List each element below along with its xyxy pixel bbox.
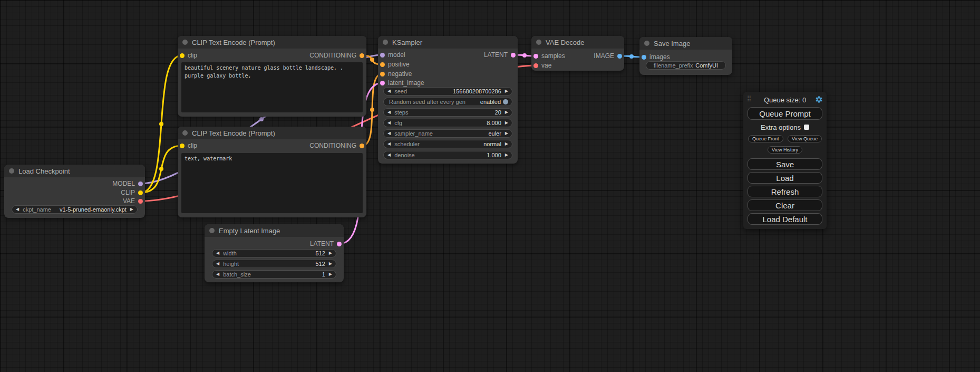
settings-gear-icon[interactable] <box>815 96 823 103</box>
decrement-arrow-icon[interactable]: ◀ <box>216 251 219 255</box>
random-seed-toggle[interactable]: Random seed after every gen enabled <box>383 98 512 106</box>
image-slot-dot[interactable] <box>617 54 622 59</box>
scheduler-widget[interactable]: ◀ scheduler normal ▶ <box>383 140 512 148</box>
graph-canvas[interactable]: Load Checkpoint MODEL CLIP VAE ◀ ckpt_na… <box>0 0 980 372</box>
decrement-arrow-icon[interactable]: ◀ <box>216 272 219 276</box>
vae-slot-dot[interactable] <box>138 199 143 204</box>
latent-slot-dot[interactable] <box>511 53 516 58</box>
conditioning-slot-dot[interactable] <box>360 53 364 58</box>
increment-arrow-icon[interactable]: ▶ <box>505 121 508 125</box>
view-queue-button[interactable]: View Queue <box>788 135 822 142</box>
clear-button[interactable]: Clear <box>748 199 822 211</box>
denoise-widget[interactable]: ◀ denoise 1.000 ▶ <box>383 151 512 159</box>
extra-options-checkbox[interactable] <box>804 125 809 130</box>
node-save-image[interactable]: Save Image images filename_prefix ComfyU… <box>639 37 732 75</box>
node-title-bar[interactable]: KSampler <box>378 36 518 49</box>
decrement-arrow-icon[interactable]: ◀ <box>387 121 391 125</box>
vae-slot-dot[interactable] <box>533 63 538 68</box>
increment-arrow-icon[interactable]: ▶ <box>329 262 332 266</box>
node-collapse-icon[interactable] <box>536 40 541 45</box>
steps-widget[interactable]: ◀ steps 20 ▶ <box>383 108 512 117</box>
load-button[interactable]: Load <box>748 172 822 184</box>
node-title-bar[interactable]: VAE Decode <box>531 36 624 49</box>
input-slot-model[interactable]: model <box>380 51 405 59</box>
input-slot-clip[interactable]: clip <box>180 52 197 59</box>
node-collapse-icon[interactable] <box>9 168 14 174</box>
increment-arrow-icon[interactable]: ▶ <box>329 251 332 255</box>
prompt-text-input[interactable]: text, watermark <box>181 153 363 213</box>
conditioning-slot-dot[interactable] <box>380 62 385 67</box>
refresh-button[interactable]: Refresh <box>748 186 822 197</box>
node-title-bar[interactable]: CLIP Text Encode (Prompt) <box>178 127 366 139</box>
prompt-text-input[interactable]: beautiful scenery nature glass bottle la… <box>181 62 363 112</box>
node-ksampler[interactable]: KSampler model positive negative latent_… <box>378 36 518 164</box>
view-history-button[interactable]: View History <box>768 146 802 154</box>
latent-slot-dot[interactable] <box>380 81 385 85</box>
drag-handle-icon[interactable]: ⣿ <box>747 95 751 102</box>
seed-widget[interactable]: ◀ seed 156680208700286 ▶ <box>383 87 512 96</box>
node-load-checkpoint[interactable]: Load Checkpoint MODEL CLIP VAE ◀ ckpt_na… <box>4 165 145 218</box>
output-slot-latent[interactable]: LATENT <box>310 240 342 247</box>
cfg-widget[interactable]: ◀ cfg 8.000 ▶ <box>383 119 512 127</box>
node-clip-text-encode-positive[interactable]: CLIP Text Encode (Prompt) clip CONDITION… <box>178 36 366 117</box>
increment-arrow-icon[interactable]: ▶ <box>505 142 508 146</box>
load-default-button[interactable]: Load Default <box>748 213 822 225</box>
node-collapse-icon[interactable] <box>644 41 649 46</box>
model-slot-dot[interactable] <box>138 182 143 186</box>
output-slot-conditioning[interactable]: CONDITIONING <box>309 142 364 149</box>
increment-arrow-icon[interactable]: ▶ <box>505 131 508 136</box>
decrement-arrow-icon[interactable]: ◀ <box>387 131 391 136</box>
clip-slot-dot[interactable] <box>180 144 185 148</box>
output-slot-clip[interactable]: CLIP <box>121 189 143 196</box>
batch-size-widget[interactable]: ◀ batch_size 1 ▶ <box>212 270 336 279</box>
queue-prompt-button[interactable]: Queue Prompt <box>748 107 822 120</box>
height-widget[interactable]: ◀ height 512 ▶ <box>212 260 336 268</box>
comfy-menu-panel[interactable]: ⣿ Queue size: 0 Queue Prompt Extra optio… <box>743 92 827 229</box>
decrement-arrow-icon[interactable]: ◀ <box>387 142 391 146</box>
decrement-arrow-icon[interactable]: ◀ <box>387 89 391 93</box>
node-title-bar[interactable]: Save Image <box>639 37 732 50</box>
node-collapse-icon[interactable] <box>182 40 188 45</box>
decrement-arrow-icon[interactable]: ◀ <box>216 262 219 266</box>
output-slot-conditioning[interactable]: CONDITIONING <box>309 52 364 59</box>
input-slot-samples[interactable]: samples <box>533 52 565 60</box>
output-slot-image[interactable]: IMAGE <box>594 52 622 60</box>
image-slot-dot[interactable] <box>642 55 646 60</box>
increment-arrow-icon[interactable]: ▶ <box>505 89 508 93</box>
conditioning-slot-dot[interactable] <box>360 144 364 148</box>
increment-arrow-icon[interactable]: ▶ <box>130 207 133 212</box>
output-slot-model[interactable]: MODEL <box>112 180 143 187</box>
latent-slot-dot[interactable] <box>533 54 538 59</box>
input-slot-latent-image[interactable]: latent_image <box>380 79 424 87</box>
node-title-bar[interactable]: Empty Latent Image <box>205 224 344 237</box>
input-slot-negative[interactable]: negative <box>380 70 412 78</box>
latent-slot-dot[interactable] <box>337 242 342 246</box>
sampler-name-widget[interactable]: ◀ sampler_name euler ▶ <box>383 129 512 138</box>
node-empty-latent-image[interactable]: Empty Latent Image LATENT ◀ width 512 ▶ … <box>205 224 344 282</box>
input-slot-positive[interactable]: positive <box>380 61 410 68</box>
node-collapse-icon[interactable] <box>182 130 188 136</box>
increment-arrow-icon[interactable]: ▶ <box>329 272 332 276</box>
node-collapse-icon[interactable] <box>209 228 215 233</box>
width-widget[interactable]: ◀ width 512 ▶ <box>212 249 336 257</box>
conditioning-slot-dot[interactable] <box>380 72 385 77</box>
input-slot-images[interactable]: images <box>642 53 670 61</box>
node-title-bar[interactable]: Load Checkpoint <box>4 165 145 177</box>
queue-front-button[interactable]: Queue Front <box>748 135 783 142</box>
output-slot-vae[interactable]: VAE <box>123 197 143 205</box>
clip-slot-dot[interactable] <box>138 190 143 195</box>
decrement-arrow-icon[interactable]: ◀ <box>387 153 391 157</box>
clip-slot-dot[interactable] <box>180 53 185 58</box>
input-slot-vae[interactable]: vae <box>533 62 551 69</box>
output-slot-latent[interactable]: LATENT <box>484 51 516 59</box>
node-collapse-icon[interactable] <box>383 40 388 45</box>
node-vae-decode[interactable]: VAE Decode samples vae IMAGE <box>531 36 624 71</box>
increment-arrow-icon[interactable]: ▶ <box>505 153 508 157</box>
decrement-arrow-icon[interactable]: ◀ <box>387 110 391 115</box>
save-button[interactable]: Save <box>748 158 822 170</box>
filename-prefix-widget[interactable]: filename_prefix ComfyUI <box>646 61 726 70</box>
toggle-indicator-icon[interactable] <box>503 99 508 104</box>
decrement-arrow-icon[interactable]: ◀ <box>16 207 19 212</box>
node-clip-text-encode-negative[interactable]: CLIP Text Encode (Prompt) clip CONDITION… <box>178 127 366 217</box>
ckpt-name-widget[interactable]: ◀ ckpt_name v1-5-pruned-emaonly.ckpt ▶ <box>12 205 138 214</box>
